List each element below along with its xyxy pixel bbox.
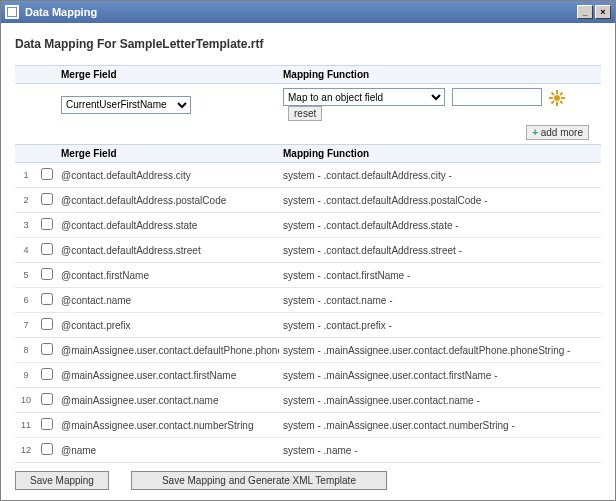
svg-point-0 [554, 95, 560, 101]
row-mapping-function: system - .contact.prefix - [279, 320, 601, 331]
table-row: 12@namesystem - .name - [15, 438, 601, 463]
save-mapping-button[interactable]: Save Mapping [15, 471, 109, 490]
row-mapping-function: system - .contact.firstName - [279, 270, 601, 281]
svg-line-8 [552, 101, 555, 104]
table-row: 3@contact.defaultAddress.statesystem - .… [15, 213, 601, 238]
row-index: 8 [15, 345, 37, 355]
row-checkbox[interactable] [41, 343, 53, 355]
content-area: Data Mapping For SampleLetterTemplate.rt… [1, 23, 615, 465]
window-title: Data Mapping [25, 6, 97, 18]
page-title: Data Mapping For SampleLetterTemplate.rt… [15, 37, 601, 51]
row-merge-field: @contact.defaultAddress.city [57, 170, 279, 181]
row-index: 3 [15, 220, 37, 230]
row-mapping-function: system - .name - [279, 445, 601, 456]
table-row: 5@contact.firstNamesystem - .contact.fir… [15, 263, 601, 288]
row-checkbox[interactable] [41, 318, 53, 330]
footer: Save Mapping Save Mapping and Generate X… [1, 465, 615, 500]
row-mapping-function: system - .mainAssignee.user.contact.numb… [279, 420, 601, 431]
row-merge-field: @mainAssignee.user.contact.numberString [57, 420, 279, 431]
list-header-map: Mapping Function [279, 148, 601, 159]
row-index: 2 [15, 195, 37, 205]
row-merge-field: @mainAssignee.user.contact.defaultPhone.… [57, 345, 279, 356]
row-merge-field: @contact.defaultAddress.state [57, 220, 279, 231]
row-index: 12 [15, 445, 37, 455]
list-header: Merge Field Mapping Function [15, 144, 601, 163]
row-checkbox[interactable] [41, 418, 53, 430]
row-merge-field: @contact.defaultAddress.street [57, 245, 279, 256]
row-merge-field: @contact.name [57, 295, 279, 306]
row-merge-field: @contact.prefix [57, 320, 279, 331]
row-merge-field: @contact.firstName [57, 270, 279, 281]
table-row: 11@mainAssignee.user.contact.numberStrin… [15, 413, 601, 438]
row-index: 5 [15, 270, 37, 280]
row-checkbox[interactable] [41, 293, 53, 305]
mapping-function-header-label: Mapping Function [279, 69, 601, 80]
table-row: 4@contact.defaultAddress.streetsystem - … [15, 238, 601, 263]
row-checkbox[interactable] [41, 243, 53, 255]
row-merge-field: @contact.defaultAddress.postalCode [57, 195, 279, 206]
row-mapping-function: system - .contact.defaultAddress.street … [279, 245, 601, 256]
row-index: 9 [15, 370, 37, 380]
close-button[interactable]: × [595, 5, 611, 19]
row-index: 4 [15, 245, 37, 255]
row-index: 6 [15, 295, 37, 305]
row-mapping-function: system - .contact.defaultAddress.postalC… [279, 195, 601, 206]
mapping-function-select[interactable]: Map to an object field [283, 88, 445, 106]
row-mapping-function: system - .contact.name - [279, 295, 601, 306]
row-checkbox[interactable] [41, 193, 53, 205]
row-merge-field: @mainAssignee.user.contact.firstName [57, 370, 279, 381]
data-mapping-window: Data Mapping _ × Data Mapping For Sample… [0, 0, 616, 501]
list-header-merge: Merge Field [57, 148, 279, 159]
row-mapping-function: system - .mainAssignee.user.contact.defa… [279, 345, 601, 356]
list-body: 1@contact.defaultAddress.citysystem - .c… [15, 163, 601, 465]
minimize-button[interactable]: _ [577, 5, 593, 19]
svg-line-7 [560, 92, 563, 95]
table-row: 2@contact.defaultAddress.postalCodesyste… [15, 188, 601, 213]
row-merge-field: @name [57, 445, 279, 456]
row-checkbox[interactable] [41, 168, 53, 180]
merge-field-select[interactable]: CurrentUserFirstName [61, 96, 191, 114]
mapping-value-input[interactable] [452, 88, 542, 106]
add-more-button[interactable]: add more [526, 125, 589, 140]
table-row: 7@contact.prefixsystem - .contact.prefix… [15, 313, 601, 338]
row-checkbox[interactable] [41, 393, 53, 405]
merge-field-header-label: Merge Field [57, 69, 279, 80]
reset-button[interactable]: reset [288, 106, 322, 121]
row-mapping-function: system - .mainAssignee.user.contact.firs… [279, 370, 601, 381]
addmore-row: add more [15, 123, 601, 144]
controls-row: CurrentUserFirstName Map to an object fi… [15, 84, 601, 123]
row-mapping-function: system - .contact.defaultAddress.city - [279, 170, 601, 181]
table-row: 10@mainAssignee.user.contact.namesystem … [15, 388, 601, 413]
row-index: 11 [15, 420, 37, 430]
svg-line-6 [560, 101, 563, 104]
row-index: 10 [15, 395, 37, 405]
save-mapping-generate-button[interactable]: Save Mapping and Generate XML Template [131, 471, 387, 490]
row-mapping-function: system - .mainAssignee.user.contact.name… [279, 395, 601, 406]
table-row: 8@mainAssignee.user.contact.defaultPhone… [15, 338, 601, 363]
row-checkbox[interactable] [41, 218, 53, 230]
configure-icon[interactable] [549, 90, 565, 106]
svg-line-5 [552, 92, 555, 95]
row-checkbox[interactable] [41, 268, 53, 280]
row-merge-field: @mainAssignee.user.contact.name [57, 395, 279, 406]
row-index: 1 [15, 170, 37, 180]
row-checkbox[interactable] [41, 368, 53, 380]
table-row: 6@contact.namesystem - .contact.name - [15, 288, 601, 313]
titlebar: Data Mapping _ × [1, 1, 615, 23]
row-checkbox[interactable] [41, 443, 53, 455]
row-mapping-function: system - .contact.defaultAddress.state - [279, 220, 601, 231]
row-index: 7 [15, 320, 37, 330]
table-row: 1@contact.defaultAddress.citysystem - .c… [15, 163, 601, 188]
app-icon [5, 5, 19, 19]
table-row: 9@mainAssignee.user.contact.firstNamesys… [15, 363, 601, 388]
controls-header: Merge Field Mapping Function [15, 65, 601, 84]
